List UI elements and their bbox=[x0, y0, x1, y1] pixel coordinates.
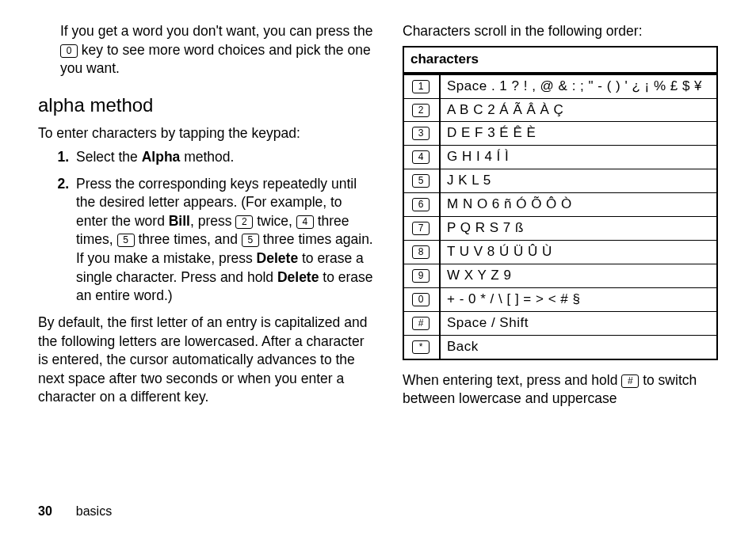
section-heading: alpha method bbox=[38, 93, 376, 118]
step2-e: three times, and bbox=[135, 231, 242, 247]
table-row: 5J K L 5 bbox=[403, 169, 717, 193]
key-9-icon: 9 bbox=[412, 269, 430, 283]
key-1-icon: 1 bbox=[412, 80, 430, 93]
tail-paragraph: When entering text, press and hold # to … bbox=[403, 371, 718, 409]
table-cell-key: 5 bbox=[403, 169, 440, 193]
table-cell-key: 8 bbox=[403, 241, 440, 264]
step-2: Press the corresponding keys repeatedly … bbox=[73, 175, 376, 306]
key-5b-icon: 5 bbox=[242, 234, 259, 247]
step-1: Select the Alpha method. bbox=[73, 148, 376, 167]
table-header: characters bbox=[403, 47, 717, 74]
table-cell-value: J K L 5 bbox=[440, 169, 717, 193]
default-behavior-paragraph: By default, the first letter of an entry… bbox=[38, 314, 376, 407]
table-cell-key: 6 bbox=[403, 193, 440, 217]
key-5a-icon: 5 bbox=[117, 234, 135, 247]
key-5-icon: 5 bbox=[412, 174, 430, 188]
table-cell-value: T U V 8 Ú Ü Û Ù bbox=[440, 241, 717, 264]
steps-list: Select the Alpha method. Press the corre… bbox=[55, 148, 376, 306]
key-0-icon: 0 bbox=[60, 44, 78, 58]
delete-1: Delete bbox=[257, 250, 299, 266]
tail-a: When entering text, press and hold bbox=[403, 372, 621, 388]
table-cell-key: 2 bbox=[403, 98, 440, 122]
table-cell-value: M N O 6 ñ Ó Õ Ô Ò bbox=[440, 193, 717, 217]
section-label: basics bbox=[76, 503, 112, 520]
table-row: 0+ - 0 * / \ [ ] = > < # § bbox=[403, 288, 717, 312]
table-cell-value: Back bbox=[440, 335, 717, 359]
table-row: 4G H I 4 Í Ì bbox=[403, 146, 717, 169]
table-row: 7P Q R S 7 ß bbox=[403, 217, 717, 241]
page-number: 30 bbox=[38, 503, 52, 520]
delete-2: Delete bbox=[277, 269, 319, 285]
step2-c: twice, bbox=[253, 213, 296, 229]
table-cell-key: * bbox=[403, 335, 440, 359]
key-#-icon: # bbox=[412, 317, 430, 330]
table-cell-value: P Q R S 7 ß bbox=[440, 217, 717, 241]
table-cell-key: 9 bbox=[403, 264, 440, 288]
step2-bill: Bill bbox=[169, 213, 190, 229]
key-2-icon: 2 bbox=[412, 104, 430, 117]
table-row: 9W X Y Z 9 bbox=[403, 264, 717, 288]
table-cell-value: G H I 4 Í Ì bbox=[440, 146, 717, 169]
intro-paragraph: If you get a word you don't want, you ca… bbox=[60, 22, 376, 78]
table-row: 3D E F 3 É Ê È bbox=[403, 122, 717, 146]
table-cell-key: 1 bbox=[403, 74, 440, 98]
right-intro: Characters scroll in the following order… bbox=[403, 22, 718, 41]
intro-text-b: key to see more word choices and pick th… bbox=[60, 42, 371, 77]
table-row: #Space / Shift bbox=[403, 311, 717, 335]
table-cell-value: Space . 1 ? ! , @ & : ; " - ( ) ' ¿ ¡ % … bbox=[440, 74, 717, 98]
step1-b: method. bbox=[180, 149, 234, 165]
table-cell-key: 4 bbox=[403, 146, 440, 169]
key-4-icon: 4 bbox=[412, 150, 430, 164]
lead-text: To enter characters by tapping the keypa… bbox=[38, 124, 376, 143]
page-footer: 30 basics bbox=[38, 498, 718, 520]
table-cell-value: D E F 3 É Ê È bbox=[440, 122, 717, 146]
table-row: *Back bbox=[403, 335, 717, 359]
table-cell-key: 0 bbox=[403, 288, 440, 312]
table-cell-value: W X Y Z 9 bbox=[440, 264, 717, 288]
step2-b: , press bbox=[190, 213, 235, 229]
characters-table: characters 1Space . 1 ? ! , @ & : ; " - … bbox=[403, 46, 718, 360]
table-cell-value: Space / Shift bbox=[440, 311, 717, 335]
table-cell-key: 7 bbox=[403, 217, 440, 241]
key-3-icon: 3 bbox=[412, 127, 430, 140]
key-hash-icon: # bbox=[621, 374, 639, 388]
key-6-icon: 6 bbox=[412, 198, 430, 211]
key-0-icon: 0 bbox=[412, 293, 430, 306]
table-row: 6M N O 6 ñ Ó Õ Ô Ò bbox=[403, 193, 717, 217]
table-row: 2A B C 2 Á Ã Â À Ç bbox=[403, 98, 717, 122]
key-2-icon: 2 bbox=[235, 215, 253, 229]
intro-text-a: If you get a word you don't want, you ca… bbox=[60, 23, 372, 39]
table-row: 1Space . 1 ? ! , @ & : ; " - ( ) ' ¿ ¡ %… bbox=[403, 74, 717, 98]
key-8-icon: 8 bbox=[412, 245, 430, 259]
key-4-icon: 4 bbox=[296, 215, 314, 229]
step1-bold: Alpha bbox=[142, 149, 181, 165]
table-cell-value: A B C 2 Á Ã Â À Ç bbox=[440, 98, 717, 122]
step1-a: Select the bbox=[76, 149, 142, 165]
table-cell-key: # bbox=[403, 311, 440, 335]
key-*-icon: * bbox=[412, 340, 430, 354]
table-cell-value: + - 0 * / \ [ ] = > < # § bbox=[440, 288, 717, 312]
table-cell-key: 3 bbox=[403, 122, 440, 146]
left-column: If you get a word you don't want, you ca… bbox=[38, 22, 376, 498]
key-7-icon: 7 bbox=[412, 222, 430, 235]
right-column: Characters scroll in the following order… bbox=[403, 22, 718, 498]
table-row: 8T U V 8 Ú Ü Û Ù bbox=[403, 241, 717, 264]
